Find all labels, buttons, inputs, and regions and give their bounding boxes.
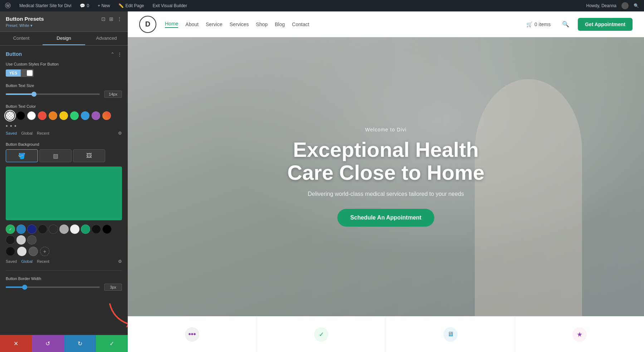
color-tab-saved[interactable]: Saved <box>6 131 17 135</box>
swatch-orange[interactable] <box>49 111 57 120</box>
new-button[interactable]: + New <box>96 0 112 11</box>
grid-icon[interactable]: ⊞ <box>109 16 113 22</box>
gradient-icon: ▨ <box>53 153 58 159</box>
site-header: D Home About Service Services Shop Blog … <box>128 11 644 37</box>
comments-button[interactable]: 💬 0 <box>78 0 91 11</box>
panel-content: Button ⌃ ⋮ Use Custom Styles For Button … <box>0 45 128 335</box>
preset-dropdown[interactable]: ▾ <box>30 23 33 28</box>
color-tab-recent[interactable]: Recent <box>37 131 49 135</box>
nav-contact[interactable]: Contact <box>292 21 309 27</box>
bg-color-tabs-row: Saved Global Recent ⚙ <box>6 259 122 264</box>
section-more-icon[interactable]: ⋮ <box>117 52 122 57</box>
nav-about[interactable]: About <box>185 21 199 27</box>
bg-swatch-black2[interactable] <box>6 235 15 245</box>
cancel-button[interactable]: ✕ <box>0 335 32 352</box>
panel-title-icons: ⊡ ⊞ ⋮ <box>101 16 122 22</box>
bg-tab-gradient[interactable]: ▨ <box>39 149 72 162</box>
color-tab-global[interactable]: Global <box>21 131 33 135</box>
border-width-slider-value[interactable]: 3px <box>104 284 122 291</box>
text-size-slider-thumb[interactable] <box>31 92 36 97</box>
undo-button[interactable]: ↺ <box>32 335 64 352</box>
settings-icon[interactable]: ⊡ <box>101 16 106 22</box>
color-tabs-row: Saved Global Recent ⚙ <box>6 131 122 136</box>
cart-icon: 🛒 <box>526 21 532 27</box>
bg-swatch-pureblack[interactable] <box>102 225 112 234</box>
confirm-button[interactable]: ✓ <box>96 335 128 352</box>
bg-swatch-green[interactable] <box>6 225 15 234</box>
bg-swatch-darkgray[interactable] <box>49 225 58 234</box>
site-name-button[interactable]: Medical Starter Site for Divi <box>17 0 73 11</box>
swatch-white[interactable] <box>27 111 36 120</box>
card-hint-icon-3: 🖥 <box>443 327 458 342</box>
color-preview-swatch[interactable] <box>6 167 122 220</box>
swatch-black[interactable] <box>16 111 25 120</box>
border-width-slider-thumb[interactable] <box>22 285 27 290</box>
bg-color-settings-icon[interactable]: ⚙ <box>118 259 122 264</box>
text-size-slider-value[interactable]: 14px <box>104 91 122 98</box>
edit-page-button[interactable]: ✏️ Edit Page <box>116 0 146 11</box>
tab-design[interactable]: Design <box>43 32 85 45</box>
swatch-red[interactable] <box>38 111 47 120</box>
card-hint-icon-2: ✓ <box>314 327 328 342</box>
search-icon-nav[interactable]: 🔍 <box>562 21 569 28</box>
swatch-green[interactable] <box>70 111 79 120</box>
hero-cta-button[interactable]: Schedule An Appointment <box>337 209 434 227</box>
wp-logo-button[interactable]: ⓦ <box>3 0 13 11</box>
more-swatches[interactable]: • • • <box>6 123 17 129</box>
btn-text-color-field: Button Text Color • • • S <box>6 104 122 136</box>
text-color-swatches <box>6 111 122 120</box>
card-hint-4: ★ <box>515 317 644 352</box>
bg-swatch-navy[interactable] <box>27 225 36 234</box>
bg-swatch-darkest[interactable] <box>92 225 101 234</box>
undo-icon: ↺ <box>45 340 50 347</box>
more-icon[interactable]: ⋮ <box>117 16 122 22</box>
tab-advanced[interactable]: Advanced <box>85 32 128 45</box>
site-cart[interactable]: 🛒 0 items <box>526 21 551 27</box>
bg-tab-image[interactable]: 🖼 <box>73 149 105 162</box>
bg-swatch-darkblue[interactable] <box>16 225 26 234</box>
swatch-transparent[interactable] <box>6 111 14 120</box>
color-settings-icon[interactable]: ⚙ <box>118 131 122 136</box>
nav-services[interactable]: Services <box>230 21 249 27</box>
search-button[interactable]: 🔍 <box>631 3 641 8</box>
tab-content[interactable]: Content <box>0 32 43 45</box>
nav-home[interactable]: Home <box>165 21 178 28</box>
card-ellipsis-icon: ••• <box>188 330 196 338</box>
nav-blog[interactable]: Blog <box>275 21 285 27</box>
custom-styles-toggle: YES <box>6 69 122 77</box>
nav-shop[interactable]: Shop <box>256 21 268 27</box>
btn-border-width-field: Button Border Width 3px <box>6 276 122 291</box>
nav-service[interactable]: Service <box>206 21 223 27</box>
bg-swatch-gray2[interactable] <box>16 235 26 245</box>
swatch-blue[interactable] <box>81 111 89 120</box>
swatch-purple[interactable] <box>92 111 100 120</box>
bg-color-tab-recent[interactable]: Recent <box>37 259 49 264</box>
swatch-yellow[interactable] <box>59 111 68 120</box>
bg-swatch-r2-dark[interactable] <box>29 247 38 256</box>
site-logo: D <box>139 16 156 33</box>
bg-swatch-nearwhite[interactable] <box>70 225 79 234</box>
bg-swatch-black1[interactable] <box>38 225 47 234</box>
add-swatch-button[interactable]: + <box>40 247 49 256</box>
btn-text-size-field: Button Text Size 14px <box>6 83 122 98</box>
app-layout: Button Presets ⊡ ⊞ ⋮ Preset: White ▾ Con… <box>0 0 644 352</box>
card-star-icon: ★ <box>577 331 582 338</box>
bg-color-tab-saved[interactable]: Saved <box>6 259 17 264</box>
bg-tab-solid[interactable]: 🪣 <box>6 149 38 162</box>
bg-swatch-r2-light[interactable] <box>17 247 26 256</box>
howdy-label: Howdy, Deanna <box>584 3 619 8</box>
border-width-slider-track[interactable] <box>6 286 100 288</box>
get-appointment-button[interactable]: Get Appointment <box>578 18 633 31</box>
exit-builder-button[interactable]: Exit Visual Builder <box>150 0 189 11</box>
redo-button[interactable]: ↻ <box>64 335 96 352</box>
toggle-handle[interactable] <box>21 69 34 77</box>
swatch-pencil[interactable] <box>102 111 111 120</box>
bg-color-tab-global[interactable]: Global <box>21 259 33 264</box>
bg-swatch-medium[interactable] <box>27 235 36 245</box>
bg-swatch-tealgreen[interactable] <box>81 225 90 234</box>
text-size-slider-track[interactable] <box>6 93 100 95</box>
bg-swatch-r2-black[interactable] <box>6 247 15 256</box>
search-icon: 🔍 <box>634 3 639 8</box>
collapse-icon[interactable]: ⌃ <box>111 52 114 57</box>
bg-swatch-lightgray[interactable] <box>59 225 69 234</box>
